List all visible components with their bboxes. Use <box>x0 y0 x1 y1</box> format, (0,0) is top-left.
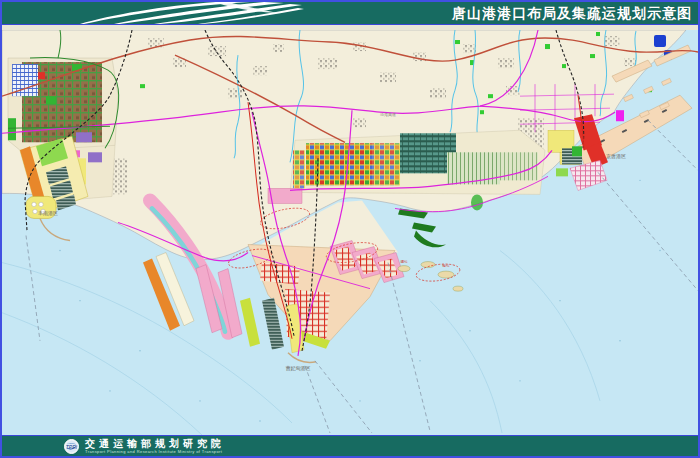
page-title: 唐山港港口布局及集疏运规划示意图 <box>452 2 692 24</box>
port-planning-map: 丰南港区 曹妃甸港区 京唐港区 沿海高速 腰坨 蛤坨 <box>2 30 698 435</box>
caofeidian-port-label: 曹妃甸港区 <box>286 365 311 372</box>
island-label: 蛤坨 <box>443 264 450 268</box>
tpri-logo: TPRI <box>64 439 79 454</box>
coastal-expressway-label: 沿海高速 <box>380 112 396 117</box>
page-frame: 唐山港港口布局及集疏运规划示意图 <box>0 0 700 458</box>
header-banner: 唐山港港口布局及集疏运规划示意图 <box>2 2 698 24</box>
fengnan-port-label: 丰南港区 <box>38 210 58 217</box>
map-area: 丰南港区 曹妃甸港区 京唐港区 沿海高速 腰坨 蛤坨 <box>2 30 698 435</box>
island-label: 腰坨 <box>401 260 408 264</box>
footer-org-name-cn: 交通运输部规划研究院 <box>85 438 225 449</box>
industrial-zone <box>290 130 545 194</box>
footer-banner: TPRI 交通运输部规划研究院 Transport Planning and R… <box>2 435 698 456</box>
jingtang-port-label: 京唐港区 <box>606 153 626 160</box>
logo-text: TPRI <box>65 444 78 450</box>
footer-org-name-en: Transport Planning and Research Institut… <box>85 449 225 454</box>
